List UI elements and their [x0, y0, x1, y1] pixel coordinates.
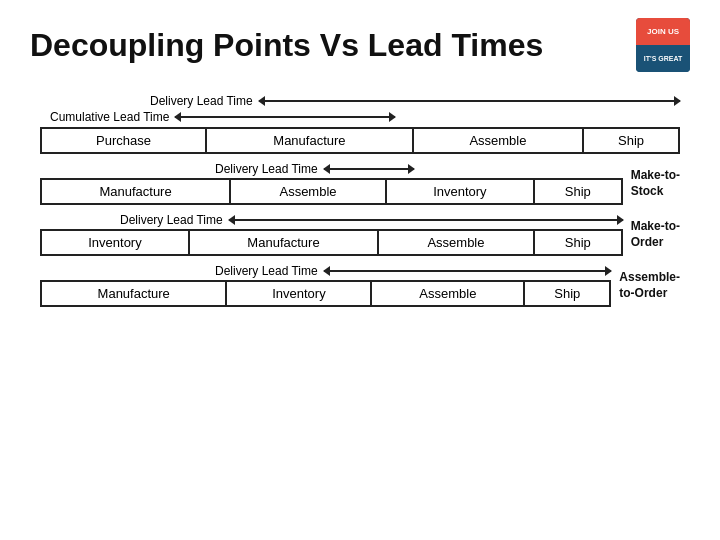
dlt-arrow-0 [259, 100, 680, 102]
seg-2-1: Manufacture [189, 230, 378, 255]
scenario-2: Delivery Lead Time Inventory Manufacture… [40, 213, 680, 256]
dlt-label-0: Delivery Lead Time [150, 94, 253, 108]
seg-2-2: Assemble [378, 230, 534, 255]
segments-row-0: Purchase Manufacture Assemble Ship [40, 127, 680, 154]
segments-row-1: Manufacture Assemble Inventory Ship [40, 178, 623, 205]
dlt-row-1: Delivery Lead Time [40, 162, 623, 176]
scenario-0: Delivery Lead Time Cumulative Lead Time … [40, 94, 680, 154]
seg-3-3: Ship [524, 281, 610, 306]
dlt-row-3: Delivery Lead Time [40, 264, 611, 278]
clt-label: Cumulative Lead Time [50, 110, 169, 124]
seg-2-3: Ship [534, 230, 622, 255]
clt-row: Cumulative Lead Time [40, 110, 680, 124]
segments-row-2: Inventory Manufacture Assemble Ship [40, 229, 623, 256]
dlt-arrow-3 [324, 270, 612, 272]
seg-1-2: Inventory [386, 179, 534, 204]
dlt-label-1: Delivery Lead Time [215, 162, 318, 176]
dlt-label-2: Delivery Lead Time [120, 213, 223, 227]
seg-table-3: Manufacture Inventory Assemble Ship [40, 280, 611, 307]
page: Decoupling Points Vs Lead Times JOIN US … [0, 0, 720, 540]
seg-1-1: Assemble [230, 179, 386, 204]
dlt-row-2: Delivery Lead Time [40, 213, 623, 227]
seg-2-0: Inventory [41, 230, 189, 255]
seg-table-2: Inventory Manufacture Assemble Ship [40, 229, 623, 256]
logo-line2: IT'S GREAT [644, 55, 682, 62]
side-label-2: Make-to-Order [631, 219, 680, 250]
seg-3-0: Manufacture [41, 281, 226, 306]
scenario-3: Delivery Lead Time Manufacture Inventory… [40, 264, 680, 307]
seg-1-0: Manufacture [41, 179, 230, 204]
logo: JOIN US IT'S GREAT [636, 18, 690, 72]
clt-arrow [175, 116, 395, 118]
seg-0-1: Manufacture [206, 128, 413, 153]
dlt-arrow-2 [229, 219, 623, 221]
dlt-row-0: Delivery Lead Time [40, 94, 680, 108]
seg-0-3: Ship [583, 128, 679, 153]
dlt-label-3: Delivery Lead Time [215, 264, 318, 278]
segments-row-3: Manufacture Inventory Assemble Ship [40, 280, 611, 307]
seg-1-3: Ship [534, 179, 622, 204]
dlt-arrow-1 [324, 168, 414, 170]
page-title: Decoupling Points Vs Lead Times [30, 27, 543, 64]
title-row: Decoupling Points Vs Lead Times JOIN US … [30, 18, 690, 72]
seg-0-0: Purchase [41, 128, 206, 153]
seg-0-2: Assemble [413, 128, 583, 153]
seg-table-0: Purchase Manufacture Assemble Ship [40, 127, 680, 154]
scenario-1: Delivery Lead Time Manufacture Assemble … [40, 162, 680, 205]
side-label-3: Assemble-to-Order [619, 270, 680, 301]
seg-3-1: Inventory [226, 281, 371, 306]
seg-3-2: Assemble [371, 281, 524, 306]
side-label-1: Make-to-Stock [631, 168, 680, 199]
seg-table-1: Manufacture Assemble Inventory Ship [40, 178, 623, 205]
logo-line1: JOIN US [647, 27, 679, 36]
